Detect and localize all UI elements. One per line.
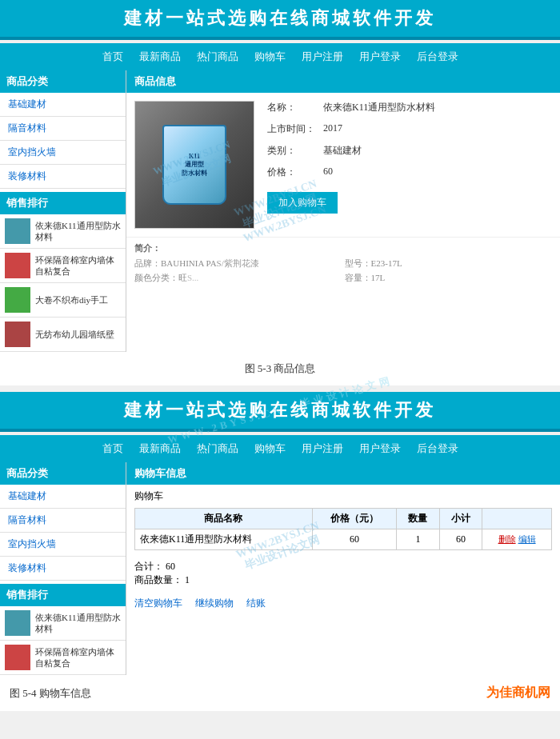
nav-hot-1[interactable]: 热门商品 bbox=[197, 50, 238, 64]
cart-sidebar: 商品分类 基础建材 隔音材料 室内挡火墙 装修材料 销售排行 依来德K11通用型… bbox=[0, 462, 126, 675]
rank-text-4: 无纺布幼儿园墙纸壁 bbox=[35, 329, 114, 340]
cart-count: 商品数量： 1 bbox=[134, 573, 552, 587]
continue-shopping-link[interactable]: 继续购物 bbox=[195, 597, 234, 610]
nav-register-2[interactable]: 用户注册 bbox=[302, 441, 343, 456]
cart-table: 商品名称 价格（元） 数量 小计 依来德K11通用型防水材料 60 1 60 bbox=[134, 508, 552, 550]
product-info: 名称： 依来德K11通用型防水材料 上市时间： 2017 类别： 基础建材 价格… bbox=[267, 101, 552, 229]
figure-caption-text-2: 图 5-4 购物车信息 bbox=[10, 686, 91, 701]
add-to-cart-button[interactable]: 加入购物车 bbox=[267, 192, 338, 214]
ranking-title-1: 销售排行 bbox=[0, 192, 126, 214]
nav-bar-1: 首页 最新商品 热门商品 购物车 用户注册 用户登录 后台登录 bbox=[0, 43, 560, 70]
rank-item-1[interactable]: 依来德K11通用型防水材料 bbox=[0, 214, 126, 249]
product-price-row: 价格： 60 bbox=[267, 166, 552, 179]
product-main-panel: 商品信息 K11通用型防水材料 WWW.2BYSJ.CN毕业设计论文网 名称： bbox=[126, 70, 560, 352]
nav-new-1[interactable]: 最新商品 bbox=[139, 50, 181, 64]
price-value: 60 bbox=[323, 166, 333, 178]
rank-img-1 bbox=[5, 218, 30, 244]
rank-item-4[interactable]: 无纺布幼儿园墙纸壁 bbox=[0, 318, 126, 352]
cart-summary: 合计： 60 商品数量： 1 bbox=[134, 555, 552, 592]
header-banner-2: 建材一站式选购在线商城软件开发 WWW.2BYSJ.CN 毕业设计论文网 bbox=[0, 392, 560, 429]
cart-cat-item-1[interactable]: 基础建材 bbox=[0, 485, 126, 509]
category-value: 基础建材 bbox=[323, 144, 362, 158]
intro-section: 简介： 品牌：BAUHINIA PAS/紫荆花漆 型号：E23-17L 颜色分类… bbox=[126, 237, 560, 289]
product-category-row: 类别： 基础建材 bbox=[267, 144, 552, 158]
rank-img-4 bbox=[5, 322, 30, 347]
cart-inner: 购物车 商品名称 价格（元） 数量 小计 依来德K11通用型防水材 bbox=[126, 485, 560, 620]
rank-item-2[interactable]: 环保隔音棉室内墙体自粘复合 bbox=[0, 249, 126, 283]
intro-details: 品牌：BAUHINIA PAS/紫荆花漆 型号：E23-17L 颜色分类：旺S.… bbox=[134, 258, 552, 284]
col-header-actions bbox=[482, 509, 552, 529]
nav-hot-2[interactable]: 热门商品 bbox=[197, 441, 238, 456]
cat-item-1[interactable]: 基础建材 bbox=[0, 93, 126, 117]
rank-img-3 bbox=[5, 287, 30, 313]
cat-item-2[interactable]: 隔音材料 bbox=[0, 117, 126, 141]
nav-admin-2[interactable]: 后台登录 bbox=[417, 441, 458, 456]
cart-rank-item-1[interactable]: 依来德K11通用型防水材料 bbox=[0, 606, 126, 641]
category-title-1: 商品分类 bbox=[0, 70, 126, 93]
cat-item-4[interactable]: 装修材料 bbox=[0, 165, 126, 189]
banner-stripe-2 bbox=[0, 429, 560, 432]
product-launch-row: 上市时间： 2017 bbox=[267, 122, 552, 136]
model-detail: 型号：E23-17L bbox=[345, 258, 553, 270]
cart-cat-item-3[interactable]: 室内挡火墙 bbox=[0, 533, 126, 557]
capacity-detail: 容量：17L bbox=[345, 272, 553, 284]
col-header-subtotal: 小计 bbox=[439, 509, 482, 529]
nav-admin-1[interactable]: 后台登录 bbox=[417, 50, 458, 64]
cart-rank-img-2 bbox=[5, 645, 30, 670]
cart-action-buttons: 清空购物车 继续购物 结账 bbox=[134, 592, 552, 615]
header-banner-1: 建材一站式选购在线商城软件开发 bbox=[0, 0, 560, 37]
cart-cat-item-2[interactable]: 隔音材料 bbox=[0, 509, 126, 533]
cart-product-subtotal: 60 bbox=[439, 529, 482, 550]
delete-button[interactable]: 删除 bbox=[498, 534, 516, 544]
cart-rank-img-1 bbox=[5, 610, 30, 636]
name-label: 名称： bbox=[267, 101, 323, 114]
nav-login-1[interactable]: 用户登录 bbox=[359, 50, 401, 64]
cart-subtitle: 购物车 bbox=[134, 489, 552, 503]
rank-text-1: 依来德K11通用型防水材料 bbox=[35, 220, 121, 243]
checkout-link[interactable]: 结账 bbox=[246, 597, 266, 610]
content-area-1: 商品分类 基础建材 隔音材料 室内挡火墙 装修材料 销售排行 依来德K11通用型… bbox=[0, 70, 560, 352]
product-panel-title: 商品信息 bbox=[126, 70, 560, 93]
product-image-box: K11通用型防水材料 WWW.2BYSJ.CN毕业设计论文网 bbox=[134, 101, 254, 229]
product-detail: K11通用型防水材料 WWW.2BYSJ.CN毕业设计论文网 名称： 依来德K1… bbox=[126, 93, 560, 237]
total-label: 合计： bbox=[134, 561, 163, 572]
brand-detail: 品牌：BAUHINIA PAS/紫荆花漆 bbox=[134, 258, 342, 270]
nav-cart-1[interactable]: 购物车 bbox=[254, 50, 286, 64]
nav-login-2[interactable]: 用户登录 bbox=[359, 441, 401, 456]
count-value: 1 bbox=[185, 574, 190, 585]
bottom-caption: 图 5-4 购物车信息 为佳商机网 bbox=[0, 675, 560, 711]
top-section: 建材一站式选购在线商城软件开发 首页 最新商品 热门商品 购物车 用户注册 用户… bbox=[0, 0, 560, 385]
cart-product-name: 依来德K11通用型防水材料 bbox=[135, 529, 313, 550]
bottom-section: 建材一站式选购在线商城软件开发 WWW.2BYSJ.CN 毕业设计论文网 首页 … bbox=[0, 392, 560, 711]
clear-cart-link[interactable]: 清空购物车 bbox=[134, 597, 182, 610]
rank-item-3[interactable]: 大卷不织布diy手工 bbox=[0, 283, 126, 318]
cart-cat-item-4[interactable]: 装修材料 bbox=[0, 557, 126, 581]
nav-home-1[interactable]: 首页 bbox=[102, 50, 123, 64]
figure-caption-text-1: 图 5-3 商品信息 bbox=[245, 362, 316, 374]
col-header-qty: 数量 bbox=[397, 509, 440, 529]
col-header-name: 商品名称 bbox=[135, 509, 313, 529]
cart-rank-item-2[interactable]: 环保隔音棉室内墙体自粘复合 bbox=[0, 641, 126, 675]
product-bucket: K11通用型防水材料 bbox=[162, 125, 226, 205]
nav-cart-2[interactable]: 购物车 bbox=[254, 441, 286, 456]
edit-button[interactable]: 编辑 bbox=[518, 534, 536, 544]
cat-item-3[interactable]: 室内挡火墙 bbox=[0, 141, 126, 165]
cart-actions-cell: 删除 编辑 bbox=[482, 529, 552, 550]
cart-total: 合计： 60 bbox=[134, 560, 552, 573]
cart-rank-text-1: 依来德K11通用型防水材料 bbox=[35, 612, 121, 635]
nav-register-1[interactable]: 用户注册 bbox=[302, 50, 343, 64]
bucket-label: K11通用型防水材料 bbox=[182, 153, 207, 178]
banner-stripe-1 bbox=[0, 37, 560, 40]
banner-title-1: 建材一站式选购在线商城软件开发 bbox=[124, 8, 436, 28]
nav-home-2[interactable]: 首页 bbox=[102, 441, 123, 456]
bottom-brand-text: 为佳商机网 bbox=[486, 685, 550, 701]
cart-panel-title: 购物车信息 bbox=[126, 462, 560, 485]
rank-img-2 bbox=[5, 253, 30, 278]
cart-ranking-title: 销售排行 bbox=[0, 584, 126, 606]
launch-value: 2017 bbox=[323, 122, 342, 134]
cart-product-qty: 1 bbox=[397, 529, 440, 550]
figure-caption-1: 图 5-3 商品信息 bbox=[0, 352, 560, 385]
nav-new-2[interactable]: 最新商品 bbox=[139, 441, 181, 456]
color-detail: 颜色分类：旺S... bbox=[134, 272, 342, 284]
table-row: 依来德K11通用型防水材料 60 1 60 删除 编辑 bbox=[135, 529, 552, 550]
